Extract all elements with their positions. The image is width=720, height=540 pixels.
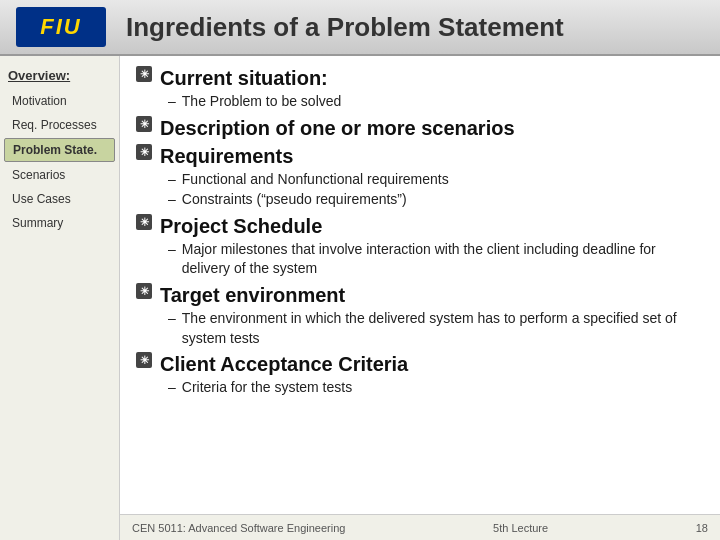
- main-bullet-2: ✳Requirements: [136, 144, 704, 168]
- sub-bullet-dash-2-1: –: [168, 190, 176, 210]
- bullet-symbol-2: ✳: [136, 144, 152, 160]
- sidebar-item-scenarios[interactable]: Scenarios: [4, 164, 115, 186]
- sidebar-overview-label: Overview:: [0, 64, 119, 89]
- sub-bullets-4: –The environment in which the delivered …: [168, 309, 704, 348]
- sub-bullet-text-4-0: The environment in which the delivered s…: [182, 309, 704, 348]
- main-layout: Overview: MotivationReq. ProcessesProble…: [0, 56, 720, 540]
- bullet-section-2: ✳Requirements–Functional and Nonfunction…: [136, 144, 704, 210]
- sub-bullet-dash-5-0: –: [168, 378, 176, 398]
- bullet-symbol-4: ✳: [136, 283, 152, 299]
- sub-bullets-3: –Major milestones that involve interacti…: [168, 240, 704, 279]
- bullet-symbol-3: ✳: [136, 214, 152, 230]
- bullet-section-0: ✳Current situation:–The Problem to be so…: [136, 66, 704, 112]
- bullet-section-5: ✳Client Acceptance Criteria–Criteria for…: [136, 352, 704, 398]
- sidebar-item-summary[interactable]: Summary: [4, 212, 115, 234]
- main-bullet-5: ✳Client Acceptance Criteria: [136, 352, 704, 376]
- sub-bullets-0: –The Problem to be solved: [168, 92, 704, 112]
- bullet-symbol-1: ✳: [136, 116, 152, 132]
- sub-bullet-0-0: –The Problem to be solved: [168, 92, 704, 112]
- sidebar-item-req--processes[interactable]: Req. Processes: [4, 114, 115, 136]
- main-bullet-3: ✳Project Schedule: [136, 214, 704, 238]
- bullet-symbol-0: ✳: [136, 66, 152, 82]
- sidebar-item-motivation[interactable]: Motivation: [4, 90, 115, 112]
- main-bullet-1: ✳Description of one or more scenarios: [136, 116, 704, 140]
- sub-bullet-dash-0-0: –: [168, 92, 176, 112]
- sub-bullet-2-1: –Constraints (“pseudo requirements”): [168, 190, 704, 210]
- sub-bullet-dash-3-0: –: [168, 240, 176, 260]
- sidebar-item-use-cases[interactable]: Use Cases: [4, 188, 115, 210]
- main-bullet-text-2: Requirements: [160, 144, 293, 168]
- header: FIU Ingredients of a Problem Statement: [0, 0, 720, 56]
- sub-bullet-dash-4-0: –: [168, 309, 176, 329]
- main-bullet-text-5: Client Acceptance Criteria: [160, 352, 408, 376]
- footer: CEN 5011: Advanced Software Engineering …: [120, 514, 720, 540]
- main-bullet-text-4: Target environment: [160, 283, 345, 307]
- content-area: ✳Current situation:–The Problem to be so…: [120, 56, 720, 540]
- sub-bullets-2: –Functional and Nonfunctional requiremen…: [168, 170, 704, 210]
- logo-area: FIU: [16, 7, 106, 47]
- sub-bullet-text-0-0: The Problem to be solved: [182, 92, 342, 112]
- sub-bullet-text-3-0: Major milestones that involve interactio…: [182, 240, 704, 279]
- sub-bullet-dash-2-0: –: [168, 170, 176, 190]
- fiu-logo-text: FIU: [40, 14, 81, 40]
- bullet-section-4: ✳Target environment–The environment in w…: [136, 283, 704, 348]
- footer-lecture: 5th Lecture: [493, 522, 548, 534]
- bullet-section-3: ✳Project Schedule–Major milestones that …: [136, 214, 704, 279]
- sub-bullet-3-0: –Major milestones that involve interacti…: [168, 240, 704, 279]
- sub-bullet-2-0: –Functional and Nonfunctional requiremen…: [168, 170, 704, 190]
- sub-bullet-text-2-0: Functional and Nonfunctional requirement…: [182, 170, 449, 190]
- sidebar-item-problem-state-[interactable]: Problem State.: [4, 138, 115, 162]
- sub-bullet-text-5-0: Criteria for the system tests: [182, 378, 352, 398]
- sub-bullets-5: –Criteria for the system tests: [168, 378, 704, 398]
- main-bullet-text-3: Project Schedule: [160, 214, 322, 238]
- footer-page: 18: [696, 522, 708, 534]
- bullet-symbol-5: ✳: [136, 352, 152, 368]
- sub-bullet-text-2-1: Constraints (“pseudo requirements”): [182, 190, 407, 210]
- footer-course: CEN 5011: Advanced Software Engineering: [132, 522, 345, 534]
- main-bullet-4: ✳Target environment: [136, 283, 704, 307]
- sidebar: Overview: MotivationReq. ProcessesProble…: [0, 56, 120, 540]
- page-title: Ingredients of a Problem Statement: [126, 12, 564, 43]
- sub-bullet-4-0: –The environment in which the delivered …: [168, 309, 704, 348]
- main-bullet-0: ✳Current situation:: [136, 66, 704, 90]
- fiu-logo: FIU: [16, 7, 106, 47]
- bullet-section-1: ✳Description of one or more scenarios: [136, 116, 704, 140]
- sub-bullet-5-0: –Criteria for the system tests: [168, 378, 704, 398]
- main-bullet-text-0: Current situation:: [160, 66, 328, 90]
- main-bullet-text-1: Description of one or more scenarios: [160, 116, 515, 140]
